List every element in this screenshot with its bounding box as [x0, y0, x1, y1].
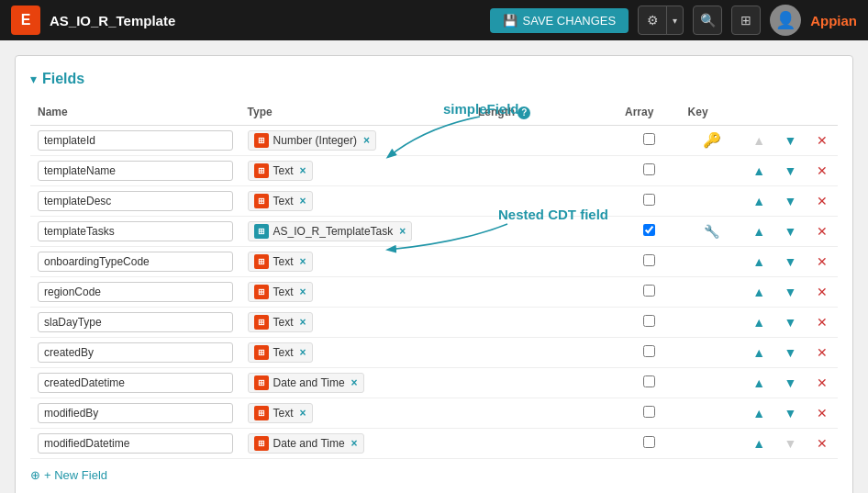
delete-row-button[interactable]: ✕ [817, 436, 828, 451]
user-avatar[interactable]: 👤 [770, 5, 801, 36]
delete-row-button[interactable]: ✕ [817, 406, 828, 420]
array-cell[interactable] [618, 428, 681, 458]
gear-button[interactable]: ⚙ [638, 6, 667, 35]
field-name-input[interactable] [38, 252, 233, 272]
type-label: Text [273, 286, 294, 298]
array-checkbox[interactable] [643, 436, 655, 448]
field-name-input[interactable] [38, 342, 233, 363]
delete-row-button[interactable]: ✕ [817, 315, 828, 330]
delete-row-button[interactable]: ✕ [817, 163, 828, 178]
array-checkbox[interactable] [643, 315, 655, 327]
wrench-icon: 🔧 [704, 224, 719, 239]
array-checkbox[interactable] [643, 133, 655, 145]
delete-row-button[interactable]: ✕ [817, 224, 828, 239]
array-cell[interactable] [618, 185, 681, 216]
move-down-cell: ▼ [774, 276, 806, 307]
array-cell[interactable] [618, 216, 681, 246]
type-remove-button[interactable]: × [399, 225, 406, 238]
type-icon: ⊞ [254, 133, 269, 148]
array-checkbox[interactable] [643, 163, 655, 175]
delete-row-button[interactable]: ✕ [817, 375, 828, 390]
array-cell[interactable] [618, 307, 681, 337]
plus-icon: ⊕ [30, 468, 40, 482]
array-cell[interactable] [618, 337, 681, 367]
array-cell[interactable] [618, 276, 681, 307]
type-remove-button[interactable]: × [300, 195, 306, 207]
field-name-input[interactable] [38, 130, 233, 151]
delete-row-button[interactable]: ✕ [817, 285, 828, 299]
field-name-input[interactable] [38, 161, 233, 181]
field-name-input[interactable] [38, 433, 233, 454]
array-cell[interactable] [618, 125, 681, 155]
array-cell[interactable] [618, 398, 681, 428]
move-down-button[interactable]: ▼ [785, 133, 797, 148]
move-down-button[interactable]: ▼ [785, 375, 797, 390]
move-up-button[interactable]: ▲ [752, 285, 765, 299]
move-up-button[interactable]: ▲ [752, 375, 765, 390]
save-changes-button[interactable]: 💾 SAVE CHANGES [490, 8, 629, 33]
field-name-input[interactable] [38, 221, 233, 241]
move-down-button[interactable]: ▼ [785, 163, 797, 178]
type-remove-button[interactable]: × [351, 437, 358, 450]
new-field-button[interactable]: ⊕ + New Field [30, 468, 107, 482]
key-cell [681, 398, 744, 428]
array-checkbox[interactable] [643, 285, 655, 297]
table-row: ⊞Text×▲▼✕ [30, 398, 838, 428]
array-checkbox[interactable] [643, 345, 655, 357]
delete-row-button[interactable]: ✕ [817, 194, 828, 208]
delete-row-button[interactable]: ✕ [817, 254, 828, 269]
type-remove-button[interactable]: × [300, 164, 306, 177]
array-cell[interactable] [618, 246, 681, 276]
type-remove-button[interactable]: × [300, 286, 306, 298]
delete-row-button[interactable]: ✕ [817, 345, 828, 360]
table-row: ⊞Text×▲▼✕ [30, 246, 838, 276]
move-up-button[interactable]: ▲ [752, 194, 765, 208]
array-cell[interactable] [618, 155, 681, 185]
field-name-input[interactable] [38, 373, 233, 393]
type-icon: ⊞ [254, 285, 269, 299]
main-content: ▾ Fields simpleField Nested CDT field [0, 40, 868, 493]
move-up-button[interactable]: ▲ [752, 315, 765, 330]
type-icon: ⊞ [254, 345, 269, 360]
search-button[interactable]: 🔍 [693, 6, 722, 35]
field-name-input[interactable] [38, 403, 233, 423]
move-up-button[interactable]: ▲ [752, 345, 765, 360]
move-down-button[interactable]: ▼ [785, 224, 797, 239]
table-annotation-wrapper: simpleField Nested CDT field Name Type [30, 100, 838, 459]
grid-button[interactable]: ⊞ [731, 6, 761, 35]
move-up-button[interactable]: ▲ [752, 254, 765, 269]
move-up-button[interactable]: ▲ [752, 224, 765, 239]
field-name-input[interactable] [38, 312, 233, 332]
type-remove-button[interactable]: × [300, 316, 306, 329]
type-label: Text [273, 407, 294, 420]
delete-row-button[interactable]: ✕ [817, 133, 828, 148]
array-checkbox[interactable] [643, 406, 655, 418]
collapse-chevron-icon[interactable]: ▾ [30, 72, 37, 86]
move-down-button[interactable]: ▼ [785, 345, 797, 360]
gear-dropdown-button[interactable]: ▾ [666, 6, 684, 35]
length-cell [471, 125, 618, 155]
move-down-button[interactable]: ▼ [785, 254, 797, 269]
move-down-button[interactable]: ▼ [785, 285, 797, 299]
array-checkbox[interactable] [643, 224, 655, 236]
type-remove-button[interactable]: × [300, 407, 306, 420]
move-down-button[interactable]: ▼ [785, 406, 797, 420]
move-down-button[interactable]: ▼ [785, 194, 797, 208]
array-checkbox[interactable] [643, 254, 655, 266]
move-up-button[interactable]: ▲ [752, 406, 765, 420]
field-name-input[interactable] [38, 191, 233, 211]
move-down-cell: ▼ [774, 337, 806, 367]
type-remove-button[interactable]: × [363, 134, 370, 147]
length-help-icon[interactable]: ? [517, 106, 530, 119]
move-up-button[interactable]: ▲ [752, 436, 765, 451]
array-checkbox[interactable] [643, 375, 655, 387]
array-cell[interactable] [618, 367, 681, 398]
field-name-input[interactable] [38, 282, 233, 302]
type-remove-button[interactable]: × [351, 376, 358, 389]
move-down-button[interactable]: ▼ [785, 315, 797, 330]
move-up-button[interactable]: ▲ [752, 163, 765, 178]
array-checkbox[interactable] [643, 194, 655, 206]
move-down-cell: ▼ [774, 155, 806, 185]
type-remove-button[interactable]: × [300, 346, 306, 359]
type-remove-button[interactable]: × [300, 255, 306, 268]
